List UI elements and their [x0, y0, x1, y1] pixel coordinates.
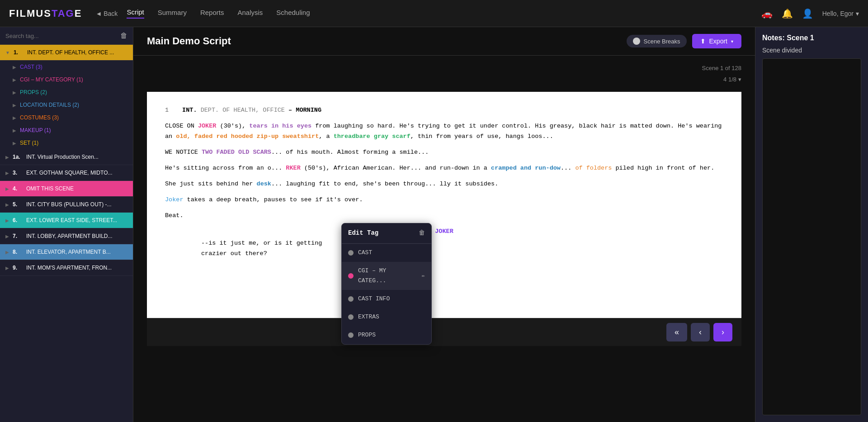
scene-number-1a: 1a. — [13, 154, 23, 160]
scene-number-1: 1. — [14, 49, 24, 56]
back-button[interactable]: ◄ Back — [95, 10, 118, 17]
chevron-down-icon: ▼ — [5, 50, 10, 55]
scene-item-8[interactable]: ▶ 8. INT. ELEVATOR, APARTMENT B... — [0, 244, 133, 260]
tag-dot-castinfo-icon — [348, 296, 354, 302]
scene-label-6: EXT. LOWER EAST SIDE, STREET... — [26, 217, 127, 223]
sidebar: 🗑 ▼ 1. INT. DEPT. OF HEALTH, OFFICE ... … — [0, 27, 133, 422]
tab-scheduling[interactable]: Scheduling — [276, 9, 310, 18]
category-props[interactable]: ▶ PROPS (2) — [0, 86, 133, 99]
scene-item-7[interactable]: ▶ 7. INT. LOBBY, APARTMENT BUILD... — [0, 228, 133, 244]
scene-item-3[interactable]: ▶ 3. EXT. GOTHAM SQUARE, MIDTO... — [0, 165, 133, 181]
search-input[interactable] — [5, 33, 117, 39]
main-layout: 🗑 ▼ 1. INT. DEPT. OF HEALTH, OFFICE ... … — [0, 27, 868, 422]
nav-prev-prev-button[interactable]: « — [666, 323, 687, 341]
chevron-right-4: ▶ — [5, 186, 9, 191]
chevron-right-8: ▶ — [5, 250, 9, 255]
chevron-right-makeup: ▶ — [13, 128, 16, 133]
user-icon: 👤 — [802, 8, 813, 19]
scene-item-9[interactable]: ▶ 9. INT. MOM'S APARTMENT, FRON... — [0, 260, 133, 276]
category-cast-label: CAST (3) — [20, 64, 42, 70]
chevron-right-5: ▶ — [5, 202, 9, 207]
export-label: Export — [709, 38, 727, 45]
scene-item-6[interactable]: ▶ 6. EXT. LOWER EAST SIDE, STREET... — [0, 213, 133, 228]
right-panel-subtitle: Scene divided — [762, 47, 861, 54]
scene-breaks-toggle[interactable]: Scene Breaks — [627, 35, 687, 47]
category-cgi[interactable]: ▶ CGI – MY CATEGORY (1) — [0, 73, 133, 86]
export-button[interactable]: ⬆ Export ▾ — [692, 34, 741, 48]
scene-number-8: 8. — [13, 249, 23, 255]
edit-tag-popup: Edit Tag 🗑 CAST CGI – MY CATEG... ✏ — [341, 223, 432, 345]
category-props-label: PROPS (2) — [20, 89, 47, 95]
scene-number-3: 3. — [13, 170, 23, 176]
scene-label-4: OMIT THIS SCENE — [26, 185, 127, 192]
nav-next-button[interactable]: › — [713, 323, 732, 341]
chevron-down-page-icon[interactable]: ▾ — [738, 76, 741, 83]
chevron-right-7: ▶ — [5, 234, 9, 239]
tab-analysis[interactable]: Analysis — [237, 9, 263, 18]
category-location-label: LOCATION DETAILS (2) — [20, 102, 79, 108]
scene-label-9: INT. MOM'S APARTMENT, FRON... — [26, 265, 127, 271]
tag-label-props: PROPS — [358, 330, 376, 340]
category-makeup-label: MAKEUP (1) — [20, 127, 51, 133]
tag-option-cgi[interactable]: CGI – MY CATEG... ✏ — [342, 262, 431, 290]
delete-tag-icon[interactable]: 🗑 — [419, 228, 425, 239]
car-icon[interactable]: 🚗 — [761, 8, 773, 19]
user-menu[interactable]: Hello, Egor ▾ — [822, 10, 859, 17]
action-paragraph-3: He's sitting across from an o... RKER (5… — [165, 163, 723, 174]
right-panel-title: Notes: Scene 1 — [762, 34, 861, 42]
tag-option-castinfo[interactable]: CAST INFO — [342, 290, 431, 308]
scene-label-8: INT. ELEVATOR, APARTMENT B... — [26, 249, 127, 255]
scene-item-1a[interactable]: ▶ 1a. INT. Virtual Production Scen... — [0, 149, 133, 165]
scene-number-6: 6. — [13, 217, 23, 223]
chevron-right-9: ▶ — [5, 266, 9, 270]
scene-item-1[interactable]: ▼ 1. INT. DEPT. OF HEALTH, OFFICE ... — [0, 45, 133, 61]
tab-summary[interactable]: Summary — [158, 9, 187, 18]
chevron-right-6: ▶ — [5, 218, 9, 223]
tag-label-cast: CAST — [358, 248, 372, 258]
tag-dot-extras-icon — [348, 314, 354, 320]
tag-label-castinfo: CAST INFO — [358, 294, 390, 304]
script-content: 1 INT. DEPT. OF HEALTH, OFFICE – MORNING… — [147, 92, 741, 318]
trash-icon[interactable]: 🗑 — [120, 32, 127, 40]
nav-prev-button[interactable]: ‹ — [691, 323, 710, 341]
script-area[interactable]: Scene 1 of 128 4 1/8 ▾ 1 INT. DEPT. OF H… — [133, 56, 755, 422]
chevron-right-costumes: ▶ — [13, 115, 16, 120]
notes-textarea[interactable] — [762, 58, 861, 415]
category-location[interactable]: ▶ LOCATION DETAILS (2) — [0, 99, 133, 111]
tag-option-props[interactable]: PROPS — [342, 326, 431, 344]
app-logo: FILMUSTAGE — [9, 8, 82, 19]
tag-dot-cast-icon — [348, 250, 354, 256]
scene-label-5: INT. CITY BUS (PULLING OUT) -... — [26, 201, 127, 208]
page-title: Main Demo Script — [147, 35, 627, 47]
tag-option-extras[interactable]: EXTRAS — [342, 308, 431, 326]
chevron-right-3: ▶ — [5, 171, 9, 175]
scene-label-1a: INT. Virtual Production Scen... — [26, 154, 127, 160]
bell-icon[interactable]: 🔔 — [782, 8, 793, 19]
category-makeup[interactable]: ▶ MAKEUP (1) — [0, 124, 133, 137]
tab-script[interactable]: Script — [127, 8, 144, 19]
scene-item-5[interactable]: ▶ 5. INT. CITY BUS (PULLING OUT) -... — [0, 197, 133, 213]
scene-item-4[interactable]: ▶ 4. OMIT THIS SCENE — [0, 181, 133, 197]
action-paragraph-1: CLOSE ON JOKER (30's), tears in his eyes… — [165, 121, 723, 142]
category-costumes[interactable]: ▶ COSTUMES (3) — [0, 111, 133, 124]
scene-counter: Scene 1 of 128 — [147, 65, 741, 71]
tag-label-extras: EXTRAS — [358, 312, 379, 322]
export-icon: ⬆ — [700, 38, 706, 45]
category-cast[interactable]: ▶ CAST (3) — [0, 61, 133, 73]
edit-pencil-icon[interactable]: ✏ — [422, 271, 425, 280]
category-set-label: SET (1) — [20, 140, 38, 146]
category-set[interactable]: ▶ SET (1) — [0, 137, 133, 149]
export-chevron-icon: ▾ — [731, 39, 733, 44]
action-paragraph-2: WE NOTICE TWO FADED OLD SCARS... of his … — [165, 147, 723, 158]
tag-option-cast[interactable]: CAST — [342, 244, 431, 262]
edit-tag-title: Edit Tag — [348, 228, 378, 239]
scene-line-number: 1 — [165, 105, 169, 116]
chevron-right-1a: ▶ — [5, 155, 9, 160]
tag-dot-cgi-icon — [348, 273, 354, 279]
tab-reports[interactable]: Reports — [200, 9, 224, 18]
tag-label-cgi: CGI – MY CATEG... — [358, 266, 417, 286]
right-panel: Notes: Scene 1 Scene divided — [755, 27, 868, 422]
chevron-right-cgi: ▶ — [13, 77, 16, 82]
character-name-joker: JOKER — [165, 227, 723, 237]
beat-line: Beat. — [165, 211, 723, 221]
